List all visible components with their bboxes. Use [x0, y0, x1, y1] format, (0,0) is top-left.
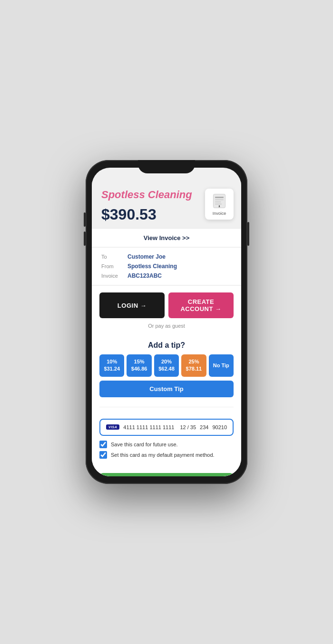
tip-25-button[interactable]: 25% $78.11 [181, 354, 206, 377]
info-section: To Customer Joe From Spotless Cleaning I… [92, 248, 241, 285]
tip-10-button[interactable]: 10% $31.24 [99, 354, 124, 377]
info-invoice-row: Invoice ABC123ABC [101, 272, 232, 279]
volume-down-button [84, 231, 86, 246]
save-card-label: Save this card for future use. [111, 442, 178, 447]
guest-text: Or pay as guest [99, 323, 234, 329]
from-label: From [101, 263, 127, 269]
default-payment-checkbox[interactable] [99, 451, 107, 459]
tip-20-percent: 20% [156, 358, 177, 365]
divider [99, 407, 234, 407]
svg-rect-5 [219, 205, 220, 207]
power-button [247, 222, 249, 246]
create-account-button[interactable]: CREATE ACCOUNT → [168, 292, 234, 318]
tip-section: Add a tip? 10% $31.24 15% $46.86 20% $62… [92, 341, 241, 419]
tip-15-button[interactable]: 15% $46.86 [127, 354, 151, 377]
phone-frame: Spotless Cleaning $390.53 Invoice [86, 160, 247, 484]
card-cvv: 234 [200, 424, 208, 430]
save-card-checkbox[interactable] [99, 441, 107, 448]
invoice-label: Invoice [101, 273, 127, 279]
no-tip-button[interactable]: No Tip [209, 354, 234, 377]
pay-button[interactable]: Pay $390.53 🔒 [99, 473, 234, 476]
phone-screen: Spotless Cleaning $390.53 Invoice [92, 168, 241, 476]
from-value: Spotless Cleaning [127, 263, 177, 270]
payment-section: VISA 4111 1111 1111 1111 12 / 35 234 902… [92, 419, 241, 468]
invoice-badge[interactable]: Invoice [205, 189, 234, 220]
tip-25-amount: $78.11 [183, 365, 204, 372]
tip-25-percent: 25% [183, 358, 204, 365]
tip-15-amount: $46.86 [128, 365, 149, 372]
info-from-row: From Spotless Cleaning [101, 263, 232, 270]
svg-rect-1 [215, 197, 224, 198]
pay-section: Pay $390.53 🔒 [92, 468, 241, 476]
default-payment-label: Set this card as my default payment meth… [111, 452, 215, 458]
header-section: Spotless Cleaning $390.53 Invoice [92, 181, 241, 228]
tip-title: Add a tip? [99, 341, 234, 350]
auth-buttons-group: LOGIN → CREATE ACCOUNT → [99, 292, 234, 318]
card-number: 4111 1111 1111 1111 [123, 424, 176, 430]
tip-20-amount: $62.48 [156, 365, 177, 372]
view-invoice-bar[interactable]: View Invoice >> [92, 228, 241, 247]
info-to-row: To Customer Joe [101, 253, 232, 260]
svg-rect-4 [215, 203, 222, 204]
invoice-badge-label: Invoice [213, 211, 226, 216]
card-input-row[interactable]: VISA 4111 1111 1111 1111 12 / 35 234 902… [99, 419, 234, 436]
invoice-document-icon [211, 192, 228, 210]
default-payment-row: Set this card as my default payment meth… [99, 451, 234, 459]
svg-rect-2 [215, 199, 224, 200]
login-button[interactable]: LOGIN → [99, 292, 165, 318]
save-card-row: Save this card for future use. [99, 441, 234, 448]
tip-10-percent: 10% [101, 358, 122, 365]
tip-15-percent: 15% [128, 358, 149, 365]
tip-10-amount: $31.24 [101, 365, 122, 372]
card-expiry: 12 / 35 [180, 424, 196, 430]
custom-tip-button[interactable]: Custom Tip [99, 381, 234, 397]
auth-section: LOGIN → CREATE ACCOUNT → Or pay as guest [92, 286, 241, 341]
tip-20-button[interactable]: 20% $62.48 [154, 354, 179, 377]
phone-notch [138, 160, 195, 173]
tip-buttons-group: 10% $31.24 15% $46.86 20% $62.48 25% $78… [99, 354, 234, 377]
volume-up-button [84, 212, 86, 227]
visa-badge: VISA [106, 424, 119, 430]
to-value: Customer Joe [127, 253, 166, 260]
screen-content[interactable]: Spotless Cleaning $390.53 Invoice [92, 168, 241, 476]
card-zip: 90210 [212, 424, 227, 430]
svg-rect-3 [215, 201, 221, 202]
invoice-value: ABC123ABC [127, 272, 162, 279]
view-invoice-link[interactable]: View Invoice >> [144, 234, 190, 242]
to-label: To [101, 254, 127, 260]
